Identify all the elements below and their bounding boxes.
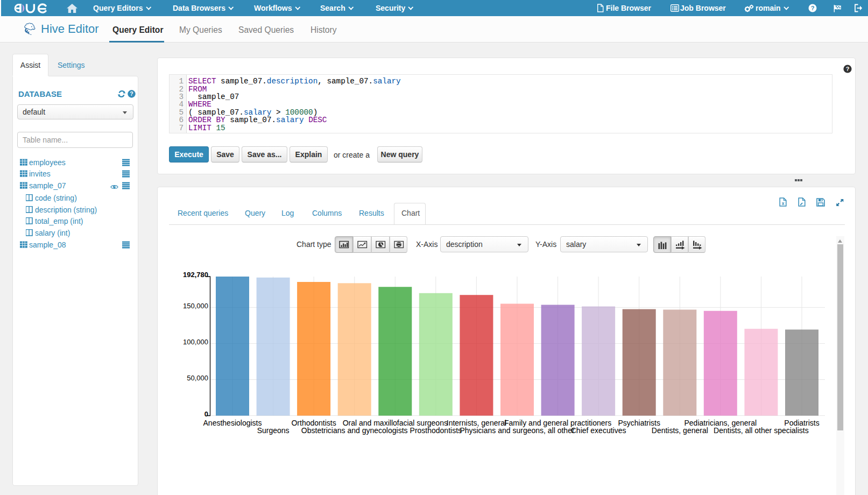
svg-text:Surgeons: Surgeons bbox=[257, 426, 290, 435]
svg-text:Prosthodontists: Prosthodontists bbox=[410, 426, 462, 435]
svg-text:Physicians and surgeons, all o: Physicians and surgeons, all other bbox=[460, 426, 575, 435]
svg-text:Anesthesiologists: Anesthesiologists bbox=[203, 419, 262, 427]
svg-text:?: ? bbox=[130, 90, 133, 97]
svg-text:Dentists, all other specialist: Dentists, all other specialists bbox=[714, 426, 809, 435]
svg-text:Dentists, general: Dentists, general bbox=[652, 426, 708, 435]
svg-text:192,780: 192,780 bbox=[183, 271, 208, 279]
svg-text:50,000: 50,000 bbox=[187, 374, 208, 382]
svg-text:x: x bbox=[782, 201, 785, 206]
svg-text:0: 0 bbox=[204, 410, 208, 418]
svg-text:Obstetricians and gynecologist: Obstetricians and gynecologists bbox=[301, 426, 408, 435]
svg-text:150,000: 150,000 bbox=[183, 302, 208, 310]
svg-text:100,000: 100,000 bbox=[183, 338, 208, 346]
svg-text:?: ? bbox=[846, 66, 850, 72]
svg-text:?: ? bbox=[811, 5, 815, 11]
svg-text:Chief executives: Chief executives bbox=[571, 426, 626, 435]
